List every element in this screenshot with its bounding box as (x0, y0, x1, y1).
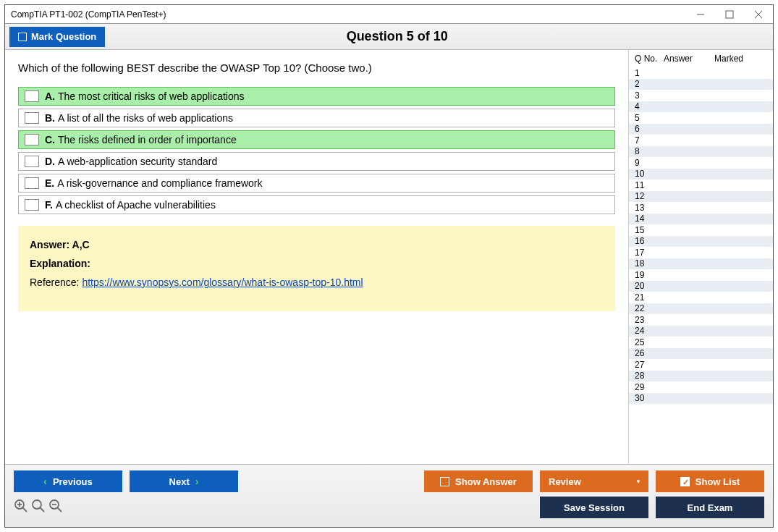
reference-link[interactable]: https://www.synopsys.com/glossary/what-i… (82, 276, 363, 288)
sidebar-row[interactable]: 11 (629, 180, 773, 191)
choice-checkbox[interactable] (25, 156, 39, 167)
choice-row[interactable]: E. A risk-governance and compliance fram… (18, 174, 615, 193)
sidebar-row[interactable]: 16 (629, 236, 773, 248)
row-qno: 10 (629, 169, 664, 179)
sidebar-row[interactable]: 18 (629, 258, 773, 270)
row-qno: 27 (629, 360, 664, 370)
save-session-label: Save Session (564, 502, 625, 513)
sidebar-row[interactable]: 17 (629, 247, 773, 258)
sidebar-row[interactable]: 23 (629, 314, 773, 326)
save-session-button[interactable]: Save Session (540, 497, 648, 518)
sidebar-row[interactable]: 1 (629, 67, 773, 79)
sidebar-row[interactable]: 22 (629, 303, 773, 315)
row-qno: 20 (629, 281, 664, 291)
sidebar-row[interactable]: 29 (629, 381, 773, 393)
app-window: CompTIA PT1-002 (CompTIA PenTest+) Mark … (4, 4, 774, 528)
question-list-sidebar: Q No. Answer Marked 12345678910111213141… (628, 50, 773, 464)
next-button[interactable]: Next › (130, 470, 238, 492)
svg-line-5 (22, 507, 27, 512)
row-qno: 1 (629, 68, 664, 78)
sidebar-row[interactable]: 3 (629, 90, 773, 101)
row-qno: 16 (629, 236, 664, 246)
choice-row[interactable]: D. A web-application security standard (18, 152, 615, 171)
answer-panel: Answer: A,C Explanation: Reference: http… (18, 226, 615, 311)
main-panel: Which of the following BEST describe the… (5, 50, 628, 464)
choice-letter: A. (45, 90, 55, 102)
choice-checkbox[interactable] (25, 90, 39, 102)
sidebar-row[interactable]: 12 (629, 191, 773, 203)
mark-checkbox-icon (18, 33, 27, 41)
window-title: CompTIA PT1-002 (CompTIA PenTest+) (11, 9, 166, 20)
sidebar-row[interactable]: 15 (629, 224, 773, 236)
choice-letter: E. (45, 177, 54, 189)
choice-row[interactable]: A. The most critical risks of web applic… (18, 87, 615, 106)
col-qno: Q No. (629, 54, 664, 64)
sidebar-row[interactable]: 13 (629, 202, 773, 214)
show-list-button[interactable]: Show List (656, 470, 764, 492)
close-button[interactable] (744, 5, 773, 24)
sidebar-row[interactable]: 7 (629, 135, 773, 146)
choice-text: A risk-governance and compliance framewo… (57, 177, 262, 189)
zoom-reset-icon[interactable] (14, 499, 28, 516)
maximize-button[interactable] (715, 5, 744, 24)
sidebar-row[interactable]: 6 (629, 124, 773, 135)
body: Which of the following BEST describe the… (5, 50, 773, 464)
zoom-controls (14, 499, 63, 516)
show-answer-checkbox-icon (440, 477, 449, 486)
mark-question-label: Mark Question (31, 31, 96, 42)
sidebar-row[interactable]: 24 (629, 326, 773, 337)
choice-text: A web-application security standard (58, 156, 217, 167)
sidebar-row[interactable]: 10 (629, 169, 773, 180)
choice-letter: F. (45, 199, 53, 211)
choice-checkbox[interactable] (25, 134, 39, 145)
sidebar-row[interactable]: 14 (629, 214, 773, 225)
sidebar-row[interactable]: 30 (629, 393, 773, 405)
sidebar-row[interactable]: 2 (629, 79, 773, 90)
review-button[interactable]: Review ▼ (540, 470, 648, 492)
choice-letter: D. (45, 156, 55, 167)
row-qno: 30 (629, 393, 664, 403)
choice-text: The risks defined in order of importance (58, 134, 237, 145)
svg-line-11 (57, 507, 62, 512)
sidebar-row[interactable]: 27 (629, 359, 773, 371)
svg-rect-1 (726, 11, 733, 18)
choice-checkbox[interactable] (25, 199, 39, 211)
row-qno: 28 (629, 371, 664, 381)
row-qno: 8 (629, 146, 664, 156)
sidebar-row[interactable]: 28 (629, 371, 773, 382)
sidebar-row[interactable]: 8 (629, 146, 773, 158)
end-exam-button[interactable]: End Exam (656, 497, 764, 518)
sidebar-rows[interactable]: 1234567891011121314151617181920212223242… (629, 67, 773, 464)
review-label: Review (549, 476, 581, 487)
previous-button[interactable]: ‹ Previous (14, 470, 122, 492)
choice-list: A. The most critical risks of web applic… (18, 87, 615, 214)
choice-row[interactable]: B. A list of all the risks of web applic… (18, 109, 615, 127)
show-answer-button[interactable]: Show Answer (424, 470, 533, 492)
zoom-in-icon[interactable] (31, 499, 46, 516)
sidebar-row[interactable]: 25 (629, 337, 773, 348)
sidebar-row[interactable]: 21 (629, 292, 773, 303)
mark-question-button[interactable]: Mark Question (9, 27, 105, 47)
row-qno: 14 (629, 214, 664, 224)
row-qno: 3 (629, 90, 664, 101)
svg-line-9 (40, 507, 44, 512)
sidebar-row[interactable]: 5 (629, 112, 773, 124)
row-qno: 23 (629, 315, 664, 325)
zoom-out-icon[interactable] (48, 499, 63, 516)
sidebar-row[interactable]: 9 (629, 157, 773, 169)
sidebar-row[interactable]: 20 (629, 281, 773, 292)
choice-text: A list of all the risks of web applicati… (58, 112, 233, 124)
choice-row[interactable]: F. A checklist of Apache vulnerabilities (18, 195, 615, 214)
sidebar-row[interactable]: 26 (629, 348, 773, 360)
sidebar-row[interactable]: 4 (629, 101, 773, 113)
titlebar: CompTIA PT1-002 (CompTIA PenTest+) (5, 5, 773, 24)
previous-label: Previous (53, 476, 93, 487)
choice-checkbox[interactable] (25, 177, 39, 189)
choice-checkbox[interactable] (25, 112, 39, 124)
choice-text: A checklist of Apache vulnerabilities (56, 199, 216, 211)
row-qno: 5 (629, 113, 664, 123)
choice-row[interactable]: C. The risks defined in order of importa… (18, 130, 615, 149)
minimize-button[interactable] (686, 5, 715, 24)
sidebar-row[interactable]: 19 (629, 269, 773, 281)
question-prompt: Which of the following BEST describe the… (18, 62, 615, 74)
